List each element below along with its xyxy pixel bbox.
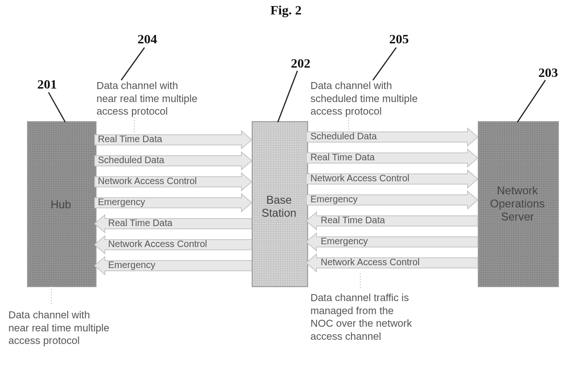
left-arrow-6-left: Network Access Control [95, 236, 252, 254]
left-arrow-2-right: Scheduled Data [95, 152, 252, 170]
svg-text:Emergency: Emergency [321, 236, 368, 246]
right-arrow-7-left: Network Access Control [306, 254, 478, 272]
svg-text:Emergency: Emergency [108, 260, 155, 270]
caption-bottom-left: Data channel with near real time multipl… [8, 309, 109, 347]
nos-node [478, 121, 559, 287]
caption-204: Data channel with near real time multipl… [96, 79, 197, 118]
lead-201 [48, 92, 65, 122]
lead-202 [278, 71, 297, 122]
ref-201: 201 [37, 77, 57, 92]
svg-text:Scheduled Data: Scheduled Data [310, 131, 377, 141]
svg-text:Real Time Data: Real Time Data [310, 152, 375, 162]
svg-text:Network Access Control: Network Access Control [310, 173, 409, 183]
figure-title: Fig. 2 [270, 3, 302, 18]
left-arrow-4-right: Emergency [95, 194, 252, 212]
caption-205: Data channel with scheduled time multipl… [310, 79, 418, 118]
hub-node [27, 121, 96, 287]
svg-text:Emergency: Emergency [310, 194, 358, 204]
svg-text:Real Time Data: Real Time Data [321, 215, 385, 225]
right-arrow-3-right: Network Access Control [306, 170, 478, 188]
right-arrow-1-right: Scheduled Data [306, 128, 478, 146]
right-arrow-2-right: Real Time Data [306, 149, 478, 167]
lead-204 [121, 48, 144, 80]
base-station-node [252, 121, 308, 287]
caption-bottom-right: Data channel traffic is managed from the… [310, 291, 412, 343]
lead-203 [517, 80, 545, 122]
left-arrow-3-right: Network Access Control [95, 173, 252, 191]
right-arrow-5-left: Real Time Data [306, 212, 478, 230]
lead-205 [373, 48, 396, 80]
right-arrow-6-left: Emergency [306, 233, 478, 251]
ref-202: 202 [291, 56, 310, 71]
svg-text:Network Access Control: Network Access Control [321, 257, 420, 267]
svg-text:Network Access Control: Network Access Control [108, 239, 207, 249]
svg-text:Emergency: Emergency [98, 197, 145, 207]
left-arrow-7-left: Emergency [95, 257, 252, 275]
right-arrow-4-right: Emergency [306, 191, 478, 209]
left-arrow-1-right: Real Time Data [95, 131, 252, 149]
svg-text:Real Time Data: Real Time Data [98, 134, 163, 144]
ref-203: 203 [538, 65, 558, 80]
svg-text:Scheduled Data: Scheduled Data [98, 155, 165, 165]
left-arrow-5-left: Real Time Data [95, 215, 252, 233]
ref-205: 205 [389, 32, 409, 47]
ref-204: 204 [138, 32, 157, 47]
svg-text:Network Access Control: Network Access Control [98, 176, 197, 186]
svg-text:Real Time Data: Real Time Data [108, 218, 173, 228]
